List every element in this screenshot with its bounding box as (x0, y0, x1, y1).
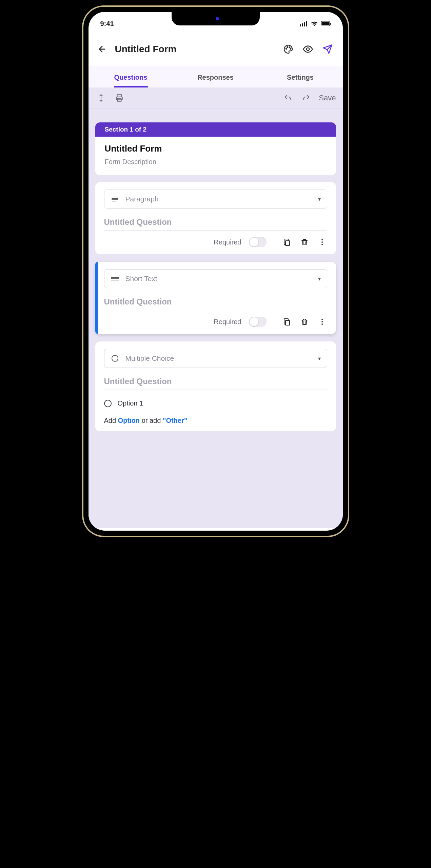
header: Untitled Form (89, 32, 343, 66)
cellular-icon (300, 21, 308, 26)
print-button[interactable] (114, 92, 125, 104)
add-option-row: Add Option or add "Other" (104, 411, 327, 425)
undo-button[interactable] (282, 92, 294, 104)
trash-icon (300, 318, 309, 326)
delete-button[interactable] (299, 317, 310, 327)
save-button[interactable]: Save (319, 94, 336, 102)
svg-point-15 (321, 239, 323, 240)
tabs: Questions Responses Settings (89, 66, 343, 87)
arrow-left-icon (97, 44, 107, 54)
status-time: 9:41 (100, 20, 114, 28)
short-text-icon (111, 274, 119, 283)
form-title[interactable]: Untitled Form (105, 143, 327, 154)
svg-point-17 (321, 244, 323, 245)
svg-rect-0 (300, 24, 301, 26)
svg-point-8 (287, 46, 288, 47)
question-card[interactable]: Short Text Untitled Question Required (95, 262, 336, 334)
send-button[interactable] (321, 42, 334, 56)
question-card[interactable]: Paragraph Untitled Question Required (95, 182, 336, 254)
svg-point-16 (321, 241, 323, 243)
question-type-select[interactable]: Multiple Choice (104, 349, 327, 368)
more-button[interactable] (317, 237, 327, 247)
editor-toolbar: Save (89, 87, 343, 109)
add-other-link[interactable]: "Other" (163, 417, 187, 424)
duplicate-button[interactable] (282, 237, 292, 247)
phone-frame: 9:41 Untitled Form Ques (83, 7, 348, 536)
svg-rect-14 (286, 241, 290, 245)
option-label[interactable]: Option 1 (118, 399, 143, 407)
svg-point-22 (112, 355, 118, 361)
form-canvas: Section 1 of 2 Untitled Form Form Descri… (89, 109, 343, 528)
add-text: Add (104, 417, 118, 424)
status-icons (300, 21, 331, 26)
add-option-link[interactable]: Option (118, 417, 140, 424)
back-button[interactable] (95, 42, 109, 56)
screen: 9:41 Untitled Form Ques (89, 12, 343, 531)
palette-icon (283, 44, 293, 54)
divider (274, 316, 274, 327)
copy-icon (283, 318, 291, 326)
redo-icon (302, 94, 310, 102)
expand-button[interactable] (95, 92, 107, 104)
question-type-label: Short Text (125, 275, 321, 283)
theme-button[interactable] (281, 42, 295, 56)
question-title[interactable]: Untitled Question (104, 217, 327, 231)
more-vertical-icon (318, 238, 326, 246)
svg-point-21 (321, 323, 323, 325)
more-vertical-icon (318, 318, 326, 326)
required-toggle[interactable] (249, 317, 267, 327)
eye-icon (302, 44, 313, 55)
svg-rect-2 (304, 22, 305, 26)
option-row[interactable]: Option 1 (104, 396, 327, 411)
question-title[interactable]: Untitled Question (104, 297, 327, 310)
question-type-label: Paragraph (125, 195, 321, 203)
section-label: Section 1 of 2 (95, 122, 336, 137)
svg-point-20 (321, 321, 323, 322)
battery-icon (321, 21, 331, 26)
preview-button[interactable] (301, 42, 315, 56)
radio-icon (111, 354, 119, 363)
add-mid: or add (140, 417, 163, 424)
svg-rect-1 (302, 23, 303, 26)
form-description[interactable]: Form Description (105, 158, 327, 166)
question-card[interactable]: Multiple Choice Untitled Question Option… (95, 341, 336, 431)
svg-point-19 (321, 319, 323, 320)
required-label: Required (214, 318, 241, 326)
question-type-select[interactable]: Short Text (104, 269, 327, 288)
radio-circle-icon (104, 400, 112, 407)
tab-settings[interactable]: Settings (258, 66, 343, 87)
page-title: Untitled Form (115, 44, 275, 55)
duplicate-button[interactable] (282, 317, 292, 327)
undo-icon (284, 94, 292, 102)
question-footer: Required (104, 316, 327, 327)
notch (172, 12, 260, 25)
copy-icon (283, 238, 291, 246)
svg-point-9 (289, 47, 290, 48)
svg-point-7 (286, 48, 287, 49)
svg-point-10 (290, 48, 291, 49)
svg-rect-5 (321, 22, 329, 25)
title-card[interactable]: Untitled Form Form Description (95, 137, 336, 175)
question-type-select[interactable]: Paragraph (104, 190, 327, 209)
expand-vertical-icon (97, 94, 105, 102)
send-icon (322, 44, 333, 54)
trash-icon (300, 238, 309, 246)
question-title[interactable]: Untitled Question (104, 377, 327, 390)
tab-questions[interactable]: Questions (89, 66, 173, 87)
wifi-icon (311, 21, 318, 26)
svg-rect-6 (330, 23, 331, 25)
tab-responses[interactable]: Responses (173, 66, 258, 87)
svg-rect-18 (286, 320, 290, 325)
more-button[interactable] (317, 317, 327, 327)
redo-button[interactable] (300, 92, 312, 104)
delete-button[interactable] (299, 237, 310, 247)
question-footer: Required (104, 237, 327, 248)
svg-rect-3 (306, 21, 307, 26)
required-label: Required (214, 238, 241, 246)
paragraph-icon (111, 195, 119, 203)
required-toggle[interactable] (249, 237, 267, 247)
question-type-label: Multiple Choice (125, 354, 321, 362)
divider (274, 237, 274, 248)
print-icon (115, 94, 124, 102)
svg-point-11 (307, 48, 309, 51)
